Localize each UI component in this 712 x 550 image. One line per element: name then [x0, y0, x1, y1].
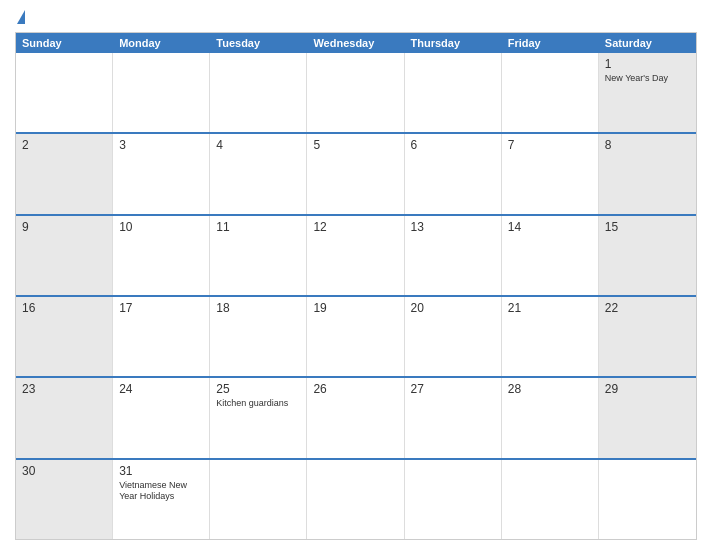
- day-header-saturday: Saturday: [599, 33, 696, 53]
- calendar-cell: [113, 53, 210, 132]
- calendar-cell: 19: [307, 297, 404, 376]
- calendar-cell: 4: [210, 134, 307, 213]
- week-row-3: 9101112131415: [16, 214, 696, 295]
- calendar-cell: 1New Year's Day: [599, 53, 696, 132]
- calendar-cell: 6: [405, 134, 502, 213]
- cell-date: 27: [411, 382, 495, 396]
- calendar-cell: 31Vietnamese New Year Holidays: [113, 460, 210, 539]
- calendar-cell: 8: [599, 134, 696, 213]
- calendar-cell: [502, 460, 599, 539]
- calendar-cell: 2: [16, 134, 113, 213]
- cell-date: 9: [22, 220, 106, 234]
- calendar-cell: [307, 53, 404, 132]
- cell-date: 11: [216, 220, 300, 234]
- cell-date: 7: [508, 138, 592, 152]
- cell-date: 5: [313, 138, 397, 152]
- cell-date: 10: [119, 220, 203, 234]
- cell-date: 13: [411, 220, 495, 234]
- cell-date: 18: [216, 301, 300, 315]
- calendar-cell: [405, 460, 502, 539]
- calendar-cell: 25Kitchen guardians: [210, 378, 307, 457]
- cell-date: 24: [119, 382, 203, 396]
- day-header-tuesday: Tuesday: [210, 33, 307, 53]
- calendar-cell: 24: [113, 378, 210, 457]
- cell-date: 21: [508, 301, 592, 315]
- week-row-5: 232425Kitchen guardians26272829: [16, 376, 696, 457]
- calendar-cell: 3: [113, 134, 210, 213]
- cell-date: 16: [22, 301, 106, 315]
- cell-date: 28: [508, 382, 592, 396]
- week-row-4: 16171819202122: [16, 295, 696, 376]
- calendar-cell: 17: [113, 297, 210, 376]
- cell-date: 2: [22, 138, 106, 152]
- cell-date: 25: [216, 382, 300, 396]
- calendar-page: SundayMondayTuesdayWednesdayThursdayFrid…: [0, 0, 712, 550]
- cell-date: 22: [605, 301, 690, 315]
- calendar-cell: 7: [502, 134, 599, 213]
- cell-event: Kitchen guardians: [216, 398, 300, 410]
- cell-date: 19: [313, 301, 397, 315]
- days-header: SundayMondayTuesdayWednesdayThursdayFrid…: [16, 33, 696, 53]
- cell-date: 20: [411, 301, 495, 315]
- day-header-sunday: Sunday: [16, 33, 113, 53]
- calendar-body: 1New Year's Day2345678910111213141516171…: [16, 53, 696, 539]
- cell-date: 4: [216, 138, 300, 152]
- calendar-cell: 16: [16, 297, 113, 376]
- calendar-cell: [307, 460, 404, 539]
- day-header-wednesday: Wednesday: [307, 33, 404, 53]
- cell-date: 17: [119, 301, 203, 315]
- cell-date: 30: [22, 464, 106, 478]
- cell-date: 14: [508, 220, 592, 234]
- cell-date: 1: [605, 57, 690, 71]
- calendar-cell: 20: [405, 297, 502, 376]
- week-row-6: 3031Vietnamese New Year Holidays: [16, 458, 696, 539]
- cell-date: 8: [605, 138, 690, 152]
- calendar-cell: 23: [16, 378, 113, 457]
- cell-date: 26: [313, 382, 397, 396]
- calendar-cell: 26: [307, 378, 404, 457]
- calendar-cell: 30: [16, 460, 113, 539]
- day-header-thursday: Thursday: [405, 33, 502, 53]
- cell-date: 6: [411, 138, 495, 152]
- calendar-cell: 12: [307, 216, 404, 295]
- calendar-cell: [16, 53, 113, 132]
- calendar-cell: 15: [599, 216, 696, 295]
- week-row-1: 1New Year's Day: [16, 53, 696, 132]
- cell-date: 29: [605, 382, 690, 396]
- day-header-monday: Monday: [113, 33, 210, 53]
- logo-triangle-icon: [17, 10, 25, 24]
- logo: [15, 10, 25, 26]
- calendar-cell: [405, 53, 502, 132]
- calendar-cell: [210, 53, 307, 132]
- cell-date: 3: [119, 138, 203, 152]
- calendar-cell: 14: [502, 216, 599, 295]
- calendar-cell: 10: [113, 216, 210, 295]
- week-row-2: 2345678: [16, 132, 696, 213]
- calendar-cell: 22: [599, 297, 696, 376]
- cell-date: 23: [22, 382, 106, 396]
- calendar-cell: 18: [210, 297, 307, 376]
- calendar-cell: 27: [405, 378, 502, 457]
- calendar-cell: [599, 460, 696, 539]
- calendar-cell: 29: [599, 378, 696, 457]
- calendar-cell: 9: [16, 216, 113, 295]
- header: [15, 10, 697, 26]
- cell-date: 31: [119, 464, 203, 478]
- day-header-friday: Friday: [502, 33, 599, 53]
- calendar-cell: [502, 53, 599, 132]
- calendar-cell: 13: [405, 216, 502, 295]
- calendar-cell: [210, 460, 307, 539]
- calendar-cell: 21: [502, 297, 599, 376]
- cell-date: 15: [605, 220, 690, 234]
- cell-event: New Year's Day: [605, 73, 690, 85]
- calendar-cell: 5: [307, 134, 404, 213]
- calendar: SundayMondayTuesdayWednesdayThursdayFrid…: [15, 32, 697, 540]
- calendar-cell: 28: [502, 378, 599, 457]
- cell-event: Vietnamese New Year Holidays: [119, 480, 203, 503]
- calendar-cell: 11: [210, 216, 307, 295]
- cell-date: 12: [313, 220, 397, 234]
